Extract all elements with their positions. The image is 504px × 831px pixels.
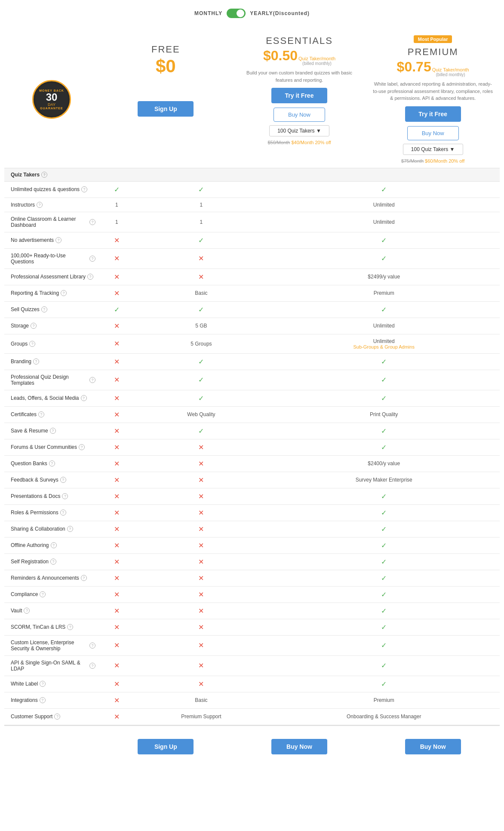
pricing-grid: MONEY BACK 30 DAY GUARANTEE FREE $0 Sign… <box>4 31 500 168</box>
feature-help-icon[interactable]: ? <box>37 202 43 208</box>
feature-value: 5 GB <box>195 323 207 329</box>
essentials-quiz-taker-select[interactable]: 100 Quiz Takers ▼ <box>269 125 329 136</box>
check-icon: ✓ <box>381 186 387 193</box>
feature-row: Integrations?✕BasicPremium <box>4 692 500 708</box>
feature-help-icon[interactable]: ? <box>87 274 93 280</box>
feature-help-icon[interactable]: ? <box>81 186 87 192</box>
feature-help-icon[interactable]: ? <box>55 237 61 243</box>
feature-row: Storage?✕5 GBUnlimited <box>4 318 500 334</box>
x-icon: ✕ <box>198 444 204 451</box>
x-icon: ✕ <box>114 493 120 500</box>
feature-help-icon[interactable]: ? <box>62 493 68 499</box>
premium-price-sub: (billed monthly) <box>432 72 469 77</box>
feature-help-icon[interactable]: ? <box>38 411 44 417</box>
feature-value: Unlimited <box>373 338 395 344</box>
feature-name: Self Registration? <box>11 559 95 565</box>
feature-name: Leads, Offers, & Social Media? <box>11 395 95 401</box>
billing-toggle-switch[interactable] <box>227 9 246 18</box>
quiz-takers-help-icon[interactable]: ? <box>41 172 47 178</box>
feature-row: Online Classroom & Learner Dashboard?11U… <box>4 212 500 232</box>
feature-name-cell: Presentations & Docs? <box>4 488 99 504</box>
feature-help-icon[interactable]: ? <box>49 460 55 466</box>
feature-help-icon[interactable]: ? <box>61 290 67 296</box>
feature-row: Question Banks?✕✕$2400/y value <box>4 455 500 472</box>
feature-help-icon[interactable]: ? <box>40 697 46 703</box>
feature-essentials-cell: ✓ <box>134 370 268 390</box>
feature-help-icon[interactable]: ? <box>79 444 85 450</box>
feature-name-cell: SCORM, TinCan & LRS? <box>4 619 99 635</box>
feature-help-icon[interactable]: ? <box>60 510 66 516</box>
x-icon: ✕ <box>114 358 120 365</box>
feature-help-icon[interactable]: ? <box>41 306 47 312</box>
premium-quiz-taker-select[interactable]: 100 Quiz Takers ▼ <box>403 144 463 155</box>
essentials-try-free-button[interactable]: Try it Free <box>271 88 327 103</box>
feature-free-cell: ✕ <box>99 708 134 725</box>
check-icon: ✓ <box>381 376 387 383</box>
feature-help-icon[interactable]: ? <box>40 681 46 687</box>
x-icon: ✕ <box>114 395 120 402</box>
feature-premium-cell: ✓ <box>268 301 500 318</box>
feature-row: Sell Quizzes?✓✓✓ <box>4 301 500 318</box>
x-icon: ✕ <box>114 255 120 262</box>
x-icon: ✕ <box>114 476 120 484</box>
feature-help-icon[interactable]: ? <box>50 428 56 434</box>
feature-value: 1 <box>200 202 203 208</box>
x-icon: ✕ <box>114 376 120 383</box>
essentials-price-sub: (billed monthly) <box>298 61 335 66</box>
feature-help-icon[interactable]: ? <box>89 256 95 262</box>
feature-help-icon[interactable]: ? <box>67 526 73 532</box>
feature-essentials-cell: ✕ <box>134 676 268 692</box>
feature-help-icon[interactable]: ? <box>40 591 46 597</box>
feature-help-icon[interactable]: ? <box>31 323 37 329</box>
premium-buy-now-button[interactable]: Buy Now <box>407 126 459 140</box>
feature-help-icon[interactable]: ? <box>50 559 56 565</box>
feature-row: Custom License, Enterprise Security & Ow… <box>4 635 500 655</box>
free-signup-button[interactable]: Sign Up <box>138 101 194 117</box>
feature-name-cell: Online Classroom & Learner Dashboard? <box>4 212 99 232</box>
feature-free-cell: ✕ <box>99 488 134 504</box>
premium-try-free-button[interactable]: Try it Free <box>405 106 461 122</box>
check-icon: ✓ <box>198 358 204 365</box>
feature-help-icon[interactable]: ? <box>89 663 95 669</box>
feature-essentials-cell: ✕ <box>134 248 268 269</box>
feature-help-icon[interactable]: ? <box>67 624 73 630</box>
feature-help-icon[interactable]: ? <box>29 341 35 347</box>
feature-free-cell: ✕ <box>99 318 134 334</box>
feature-free-cell: 1 <box>99 198 134 212</box>
feature-name: Forums & User Communities? <box>11 444 95 450</box>
x-icon: ✕ <box>114 444 120 451</box>
premium-desc: White label, advanced reporting & admini… <box>372 80 493 102</box>
feature-help-icon[interactable]: ? <box>60 477 66 483</box>
x-icon: ✕ <box>114 509 120 516</box>
bottom-free-signup-button[interactable]: Sign Up <box>138 739 194 754</box>
feature-essentials-cell: ✕ <box>134 537 268 553</box>
feature-help-icon[interactable]: ? <box>81 395 87 401</box>
feature-premium-cell: ✓ <box>268 676 500 692</box>
check-icon: ✓ <box>381 624 387 631</box>
feature-free-cell: ✕ <box>99 439 134 455</box>
feature-help-icon[interactable]: ? <box>33 358 39 365</box>
feature-help-icon[interactable]: ? <box>24 608 30 614</box>
feature-free-cell: ✕ <box>99 472 134 488</box>
check-icon: ✓ <box>381 575 387 582</box>
feature-help-icon[interactable]: ? <box>89 643 95 649</box>
feature-row: Save & Resume?✕✓✓ <box>4 423 500 439</box>
feature-help-icon[interactable]: ? <box>89 377 95 383</box>
feature-free-cell: ✕ <box>99 692 134 708</box>
feature-help-icon[interactable]: ? <box>54 714 60 720</box>
feature-name: Question Banks? <box>11 460 95 466</box>
essentials-buy-now-button[interactable]: Buy Now <box>274 108 325 122</box>
feature-free-cell: ✕ <box>99 232 134 248</box>
feature-help-icon[interactable]: ? <box>89 219 95 225</box>
bottom-essentials-buy-button[interactable]: Buy Now <box>271 739 327 754</box>
feature-essentials-cell: ✕ <box>134 619 268 635</box>
feature-row: Professional Quiz Design Templates?✕✓✓ <box>4 370 500 390</box>
feature-help-icon[interactable]: ? <box>81 575 87 581</box>
feature-name-cell: Sharing & Collaboration? <box>4 521 99 537</box>
feature-help-icon[interactable]: ? <box>51 542 57 548</box>
check-icon: ✓ <box>381 525 387 533</box>
x-icon: ✕ <box>114 642 120 649</box>
premium-price-discounted: $60/Month 20% off <box>425 158 464 164</box>
bottom-premium-buy-button[interactable]: Buy Now <box>405 739 461 754</box>
feature-row: Roles & Permissions?✕✕✓ <box>4 504 500 521</box>
